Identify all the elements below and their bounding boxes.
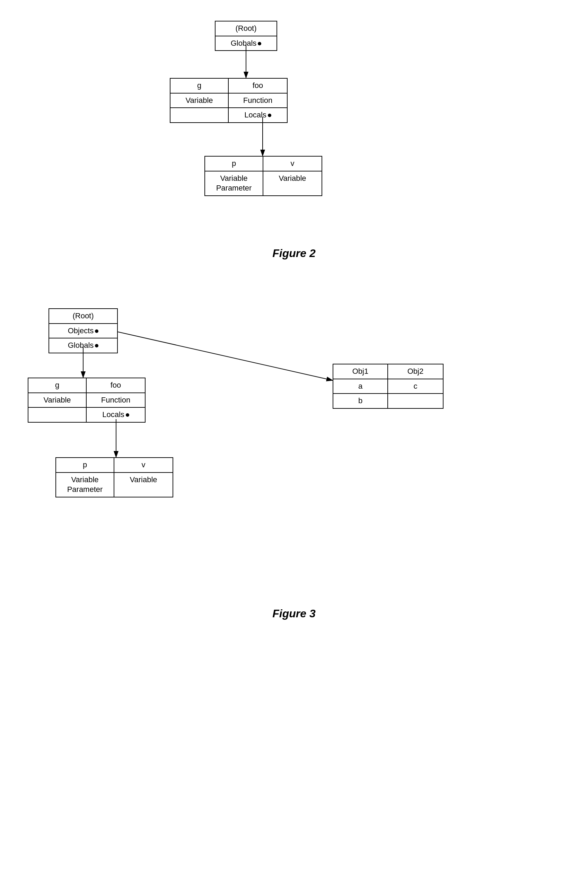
fig3-variable-label: Variable	[28, 393, 87, 408]
fig3-obj-box: Obj1 Obj2 a c b	[333, 364, 444, 409]
fig2-p-label: p	[205, 157, 263, 171]
fig3-gfoo-bot-row: Locals	[28, 408, 145, 422]
fig3-pv-top-row: p v	[56, 458, 172, 473]
figure2-diagram: (Root) Globals g foo Variable Function L…	[0, 10, 588, 274]
fig3-g-label: g	[28, 378, 87, 393]
page: (Root) Globals g foo Variable Function L…	[0, 0, 588, 883]
fig2-gfoo-mid-row: Variable Function	[171, 93, 287, 108]
fig2-pv-top-row: p v	[205, 157, 321, 171]
fig3-obj2-label: Obj2	[388, 364, 443, 379]
fig2-root-globals: Globals	[216, 36, 276, 51]
fig3-root-title: (Root)	[49, 309, 117, 324]
fig2-foo-label: foo	[229, 79, 287, 93]
fig3-pv-bot-row: Variable Parameter Variable	[56, 473, 172, 497]
fig2-pv-box: p v Variable Parameter Variable	[204, 156, 322, 196]
fig3-locals-label: Locals	[87, 408, 145, 422]
fig3-g-empty	[28, 408, 87, 422]
figure3-caption: Figure 3	[272, 607, 315, 620]
fig3-obj2-empty	[388, 394, 443, 408]
fig3-gfoo-box: g foo Variable Function Locals	[28, 378, 146, 423]
fig2-gfoo-bot-row: Locals	[171, 108, 287, 122]
fig3-function-label: Function	[87, 393, 145, 408]
fig3-root-globals: Globals	[49, 339, 117, 353]
fig2-locals-label: Locals	[229, 108, 287, 122]
fig3-p-label: p	[56, 458, 114, 473]
svg-line-4	[118, 332, 333, 380]
fig3-root-box: (Root) Objects Globals	[48, 308, 118, 353]
fig2-function-label: Function	[229, 93, 287, 108]
figure3-diagram: (Root) Objects Globals g foo Variable Fu…	[0, 294, 588, 634]
fig3-gfoo-top-row: g foo	[28, 378, 145, 393]
fig3-varparam-label: Variable Parameter	[56, 473, 114, 497]
fig3-root-objects: Objects	[49, 324, 117, 339]
fig2-gfoo-box: g foo Variable Function Locals	[170, 78, 288, 123]
figure2-caption: Figure 2	[272, 247, 315, 260]
fig2-g-label: g	[171, 79, 229, 93]
fig2-varparam-label: Variable Parameter	[205, 171, 263, 195]
fig2-pv-bot-row: Variable Parameter Variable	[205, 171, 321, 195]
fig3-obj2-c: c	[388, 379, 443, 394]
fig3-pv-box: p v Variable Parameter Variable	[56, 457, 173, 498]
fig3-obj-bot-row: b	[333, 394, 443, 408]
fig3-v-variable-label: Variable	[114, 473, 172, 497]
fig2-g-empty	[171, 108, 229, 122]
fig3-v-label: v	[114, 458, 172, 473]
fig2-root-title: (Root)	[216, 21, 276, 36]
fig3-obj-mid-row: a c	[333, 379, 443, 394]
fig3-obj1-a: a	[333, 379, 388, 394]
fig2-v-variable-label: Variable	[263, 171, 321, 195]
fig2-root-box: (Root) Globals	[215, 21, 277, 51]
fig2-gfoo-top-row: g foo	[171, 79, 287, 93]
fig2-variable-label: Variable	[171, 93, 229, 108]
fig2-v-label: v	[263, 157, 321, 171]
fig3-gfoo-mid-row: Variable Function	[28, 393, 145, 408]
fig3-obj1-label: Obj1	[333, 364, 388, 379]
fig3-foo-label: foo	[87, 378, 145, 393]
fig3-obj1-b: b	[333, 394, 388, 408]
fig2-arrows	[0, 10, 588, 274]
fig3-obj-top-row: Obj1 Obj2	[333, 364, 443, 379]
